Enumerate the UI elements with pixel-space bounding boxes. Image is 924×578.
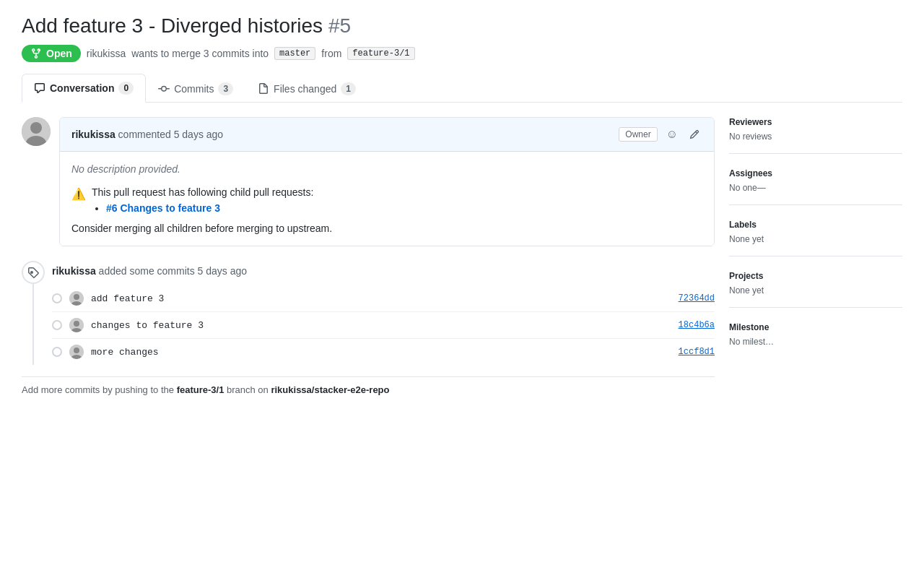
comment-body: No description provided. ⚠️ This pull re… bbox=[60, 152, 714, 246]
commit-avatar-2 bbox=[69, 345, 84, 359]
pr-body: rikukissa commented 5 days ago Owner ☺ bbox=[22, 117, 902, 395]
base-branch: master bbox=[274, 47, 315, 60]
owner-badge: Owner bbox=[619, 127, 657, 142]
sidebar-labels-title: Labels bbox=[729, 220, 902, 230]
status-badge: Open bbox=[22, 45, 81, 62]
pr-main-content: rikukissa commented 5 days ago Owner ☺ bbox=[22, 117, 715, 395]
footer-repo: rikukissa/stacker-e2e-repo bbox=[271, 384, 389, 395]
from-text: from bbox=[321, 48, 341, 59]
footer-note: Add more commits by pushing to the featu… bbox=[22, 376, 715, 395]
tab-files-changed-count: 1 bbox=[341, 82, 356, 95]
status-label: Open bbox=[46, 48, 72, 59]
no-description-text: No description provided. bbox=[71, 163, 702, 175]
footer-branch: feature-3/1 bbox=[177, 384, 225, 395]
tab-conversation[interactable]: Conversation 0 bbox=[22, 74, 146, 103]
footer-text-after: branch on bbox=[227, 384, 269, 395]
commit-list: add feature 3 72364dd changes to feature… bbox=[52, 285, 715, 365]
commit-dot-0 bbox=[52, 293, 62, 303]
svg-point-1 bbox=[30, 122, 42, 134]
warning-icon: ⚠️ bbox=[71, 187, 86, 201]
tab-files-changed-label: Files changed bbox=[274, 83, 336, 95]
sidebar-assignees: Assignees No one— bbox=[729, 168, 902, 205]
timeline-item-commits: rikukissa added some commits 5 days ago … bbox=[22, 261, 715, 365]
child-pr-link[interactable]: #6 Changes to feature 3 bbox=[106, 202, 220, 214]
sidebar-assignees-title: Assignees bbox=[729, 168, 902, 178]
comment-thread: rikukissa commented 5 days ago Owner ☺ bbox=[59, 117, 715, 246]
commit-item-2: more changes 1ccf8d1 bbox=[52, 339, 715, 365]
timeline-commit-icon bbox=[22, 261, 45, 284]
files-changed-icon bbox=[258, 83, 269, 95]
tab-files-changed[interactable]: Files changed 1 bbox=[245, 74, 368, 103]
add-reaction-button[interactable]: ☺ bbox=[663, 125, 681, 144]
comment-section: rikukissa commented 5 days ago Owner ☺ bbox=[22, 117, 715, 246]
sidebar-reviewers: Reviewers No reviews bbox=[729, 117, 902, 154]
sidebar-reviewers-title: Reviewers bbox=[729, 117, 902, 127]
pr-action: wants to merge 3 commits into bbox=[131, 48, 269, 59]
pr-number: #5 bbox=[328, 14, 351, 37]
sidebar-milestone-value: No milest… bbox=[729, 337, 902, 347]
pr-title: Add feature 3 - Diverged histories #5 bbox=[22, 14, 902, 38]
conversation-icon bbox=[34, 82, 45, 94]
consider-text: Consider merging all children before mer… bbox=[71, 223, 702, 234]
comment-meta: rikukissa commented 5 days ago bbox=[71, 129, 223, 140]
comment-time: commented 5 days ago bbox=[118, 129, 224, 140]
sidebar-labels: Labels None yet bbox=[729, 220, 902, 256]
svg-point-7 bbox=[74, 321, 79, 327]
pencil-icon bbox=[689, 129, 699, 139]
timeline: rikukissa added some commits 5 days ago … bbox=[22, 261, 715, 365]
tab-commits[interactable]: Commits 3 bbox=[146, 74, 245, 103]
commit-sha-0[interactable]: 72364dd bbox=[679, 293, 715, 303]
tab-conversation-label: Conversation bbox=[50, 82, 114, 94]
comment-header: rikukissa commented 5 days ago Owner ☺ bbox=[60, 118, 714, 152]
warning-text: This pull request has following child pu… bbox=[92, 186, 313, 198]
commit-item-1: changes to feature 3 18c4b6a bbox=[52, 312, 715, 339]
edit-comment-button[interactable] bbox=[687, 126, 702, 142]
tab-conversation-count: 0 bbox=[118, 82, 134, 95]
comment-actions: Owner ☺ bbox=[619, 125, 702, 144]
commit-sha-2[interactable]: 1ccf8d1 bbox=[679, 347, 715, 357]
sidebar-reviewers-value: No reviews bbox=[729, 131, 902, 142]
tab-commits-label: Commits bbox=[174, 83, 214, 95]
timeline-content: rikukissa added some commits 5 days ago … bbox=[52, 261, 715, 365]
pr-subtitle: Open rikukissa wants to merge 3 commits … bbox=[22, 45, 902, 62]
head-branch: feature-3/1 bbox=[347, 47, 414, 60]
sidebar-projects-value: None yet bbox=[729, 285, 902, 296]
commit-avatar-1 bbox=[69, 318, 84, 332]
commit-message-0: add feature 3 bbox=[91, 293, 671, 304]
smiley-icon: ☺ bbox=[666, 128, 678, 141]
git-merge-icon bbox=[30, 48, 42, 59]
sidebar-labels-value: None yet bbox=[729, 234, 902, 244]
footer-text-before: Add more commits by pushing to the bbox=[22, 384, 174, 395]
svg-point-4 bbox=[74, 294, 79, 300]
tabs: Conversation 0 Commits 3 Files changed 1 bbox=[22, 74, 902, 103]
pr-title-text: Add feature 3 - Diverged histories bbox=[22, 14, 323, 37]
sidebar-assignees-value: No one— bbox=[729, 183, 902, 193]
commit-message-1: changes to feature 3 bbox=[91, 320, 671, 331]
commits-icon bbox=[158, 83, 170, 95]
warning-content: This pull request has following child pu… bbox=[92, 186, 313, 214]
commit-item-0: add feature 3 72364dd bbox=[52, 285, 715, 312]
commit-sha-1[interactable]: 18c4b6a bbox=[679, 320, 715, 330]
sidebar-projects-title: Projects bbox=[729, 271, 902, 281]
tab-commits-count: 3 bbox=[218, 82, 233, 95]
timeline-author: rikukissa bbox=[52, 265, 96, 277]
sidebar-projects: Projects None yet bbox=[729, 271, 902, 308]
pr-author: rikukissa bbox=[87, 48, 126, 59]
commit-dot-1 bbox=[52, 320, 62, 330]
author-avatar bbox=[22, 117, 51, 146]
commit-message-2: more changes bbox=[91, 347, 671, 358]
comment-author: rikukissa bbox=[71, 129, 116, 140]
commit-dot-2 bbox=[52, 347, 62, 357]
pr-sidebar: Reviewers No reviews Assignees No one— L… bbox=[729, 117, 902, 395]
sidebar-milestone-title: Milestone bbox=[729, 322, 902, 332]
commit-avatar-0 bbox=[69, 291, 84, 306]
warning-box: ⚠️ This pull request has following child… bbox=[71, 186, 702, 214]
sidebar-milestone: Milestone No milest… bbox=[729, 322, 902, 358]
timeline-action: added some commits 5 days ago bbox=[99, 265, 247, 277]
svg-point-10 bbox=[74, 348, 79, 353]
timeline-label: rikukissa added some commits 5 days ago bbox=[52, 265, 715, 277]
